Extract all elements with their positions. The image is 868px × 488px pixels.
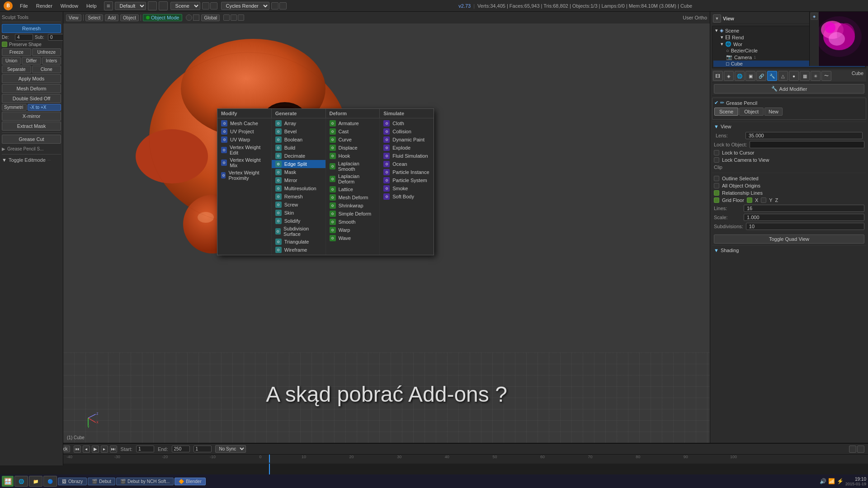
subdivisions-input[interactable] [746, 223, 864, 230]
icon-overlay1[interactable] [223, 14, 230, 21]
icon-scene[interactable] [202, 2, 209, 9]
mod-explode[interactable]: ⚙ Explode [380, 144, 434, 152]
mod-warp[interactable]: ⚙ Warp [326, 226, 380, 234]
gp-tab-object[interactable]: Object [739, 108, 764, 116]
lens-input[interactable] [745, 132, 863, 139]
play-btn[interactable]: ▶ [92, 446, 99, 453]
prev-frame-btn[interactable]: ◂ [83, 446, 90, 453]
mod-particle-instance[interactable]: ⚙ Particle Instance [380, 168, 434, 176]
x-mirror-btn[interactable]: X-mirror [2, 112, 61, 121]
mod-edge-split[interactable]: ⚙ Edge Split [272, 160, 326, 168]
mod-solidify[interactable]: ⚙ Solidify [272, 217, 326, 225]
mod-cloth[interactable]: ⚙ Cloth [380, 119, 434, 127]
outline-check[interactable] [714, 176, 719, 181]
lines-input[interactable] [744, 205, 864, 212]
mod-fluid-simulation[interactable]: ⚙ Fluid Simulation [380, 152, 434, 160]
lock-cursor-check[interactable] [714, 150, 719, 155]
icon-view[interactable] [148, 1, 157, 10]
taskbar-item-blender[interactable]: 🔶 Blender [175, 478, 205, 485]
start-button[interactable]: 🪟 [2, 476, 14, 487]
mod-vertex-weight-proximity[interactable]: ⚙ Vertex Weight Proximity [217, 169, 271, 182]
mod-skin[interactable]: ⚙ Skin [272, 209, 326, 217]
menu-file[interactable]: File [16, 2, 32, 9]
x-check[interactable] [747, 197, 752, 203]
icon-snap[interactable] [193, 14, 199, 21]
taskbar-item-obrazy[interactable]: 🖼 Obrazy [58, 478, 87, 485]
mod-triangulate[interactable]: ⚙ Triangulate [272, 238, 326, 246]
de-input[interactable] [15, 34, 33, 41]
icon-render[interactable] [279, 2, 287, 9]
mod-decimate[interactable]: ⚙ Decimate [272, 152, 326, 160]
icon-tl-2[interactable] [857, 446, 864, 453]
mod-build[interactable]: ⚙ Build [272, 144, 326, 152]
icon-overlay2[interactable] [231, 14, 237, 21]
double-sided-btn[interactable]: Double Sided Off [2, 94, 61, 103]
preserve-shape-check[interactable] [2, 42, 7, 47]
timeline-cursor[interactable] [269, 455, 270, 463]
mod-bevel[interactable]: ⚙ Bevel [272, 127, 326, 136]
mod-vertex-weight-edit[interactable]: ⚙ Vertex Weight Edit [217, 144, 271, 156]
gp-new-btn[interactable]: New [764, 108, 783, 116]
mod-boolean[interactable]: ⚙ Boolean [272, 136, 326, 144]
icon-physics-props[interactable]: 〜 [821, 71, 831, 81]
icon-modifier-props active[interactable]: 🔧 [767, 71, 777, 81]
mesh-deform-btn[interactable]: Mesh Deform [2, 84, 61, 93]
next-frame-btn[interactable]: ▸ [101, 446, 108, 453]
menu-window[interactable]: Window [57, 2, 82, 9]
mod-uv-project[interactable]: ⚙ UV Project [217, 127, 271, 136]
global-selector[interactable]: Global [201, 14, 220, 21]
mod-array[interactable]: ⚙ Array [272, 119, 326, 127]
mod-simple-deform[interactable]: ⚙ Simple Deform [326, 210, 380, 218]
icon-tl-1[interactable] [849, 446, 856, 453]
y-check[interactable] [761, 197, 766, 203]
freeze-btn[interactable]: Freeze [2, 48, 31, 56]
mod-multiresolution[interactable]: ⚙ Multiresolution [272, 184, 326, 192]
mod-mirror[interactable]: ⚙ Mirror [272, 176, 326, 184]
mod-mask[interactable]: ⚙ Mask [272, 168, 326, 176]
remesh-btn[interactable]: Remesh [2, 24, 61, 33]
tray-icon-power[interactable]: ⚡ [837, 478, 844, 484]
mod-lattice[interactable]: ⚙ Lattice [326, 185, 380, 193]
icon-data-props[interactable]: △ [778, 71, 788, 81]
start-input[interactable] [136, 446, 154, 452]
add-menu-btn[interactable]: Add [105, 14, 118, 21]
grease-cut-btn[interactable]: Grease Cut [2, 135, 61, 144]
toggle-quad-view-btn[interactable]: Toggle Quad View [714, 235, 864, 244]
mode-selector[interactable]: Object Mode [143, 14, 182, 21]
select-menu-btn[interactable]: Select [85, 14, 104, 21]
mod-uv-warp[interactable]: ⚙ UV Warp [217, 136, 271, 144]
mod-shrinkwrap[interactable]: ⚙ Shrinkwrap [326, 202, 380, 210]
skip-end-btn[interactable]: ⏭ [110, 446, 117, 453]
scene-selector[interactable]: Scene [170, 2, 200, 10]
mod-particle-system[interactable]: ⚙ Particle System [380, 176, 434, 184]
taskbar-icon-browser[interactable]: 🔵 [43, 476, 57, 487]
view-menu-btn[interactable]: View [66, 14, 81, 21]
grid-floor-check[interactable] [714, 197, 719, 203]
sub-input[interactable] [48, 34, 63, 41]
mod-laplacian-smooth[interactable]: ⚙ Laplacian Smooth [326, 160, 380, 173]
apply-mods-btn[interactable]: Apply Mods [2, 74, 61, 83]
mod-screw[interactable]: ⚙ Screw [272, 201, 326, 209]
mod-displace[interactable]: ⚙ Displace [326, 144, 380, 152]
origins-check[interactable] [714, 183, 719, 188]
sync-selector[interactable]: No Sync [215, 445, 246, 453]
icon-settings[interactable] [159, 1, 168, 10]
skip-start-btn[interactable]: ⏮ [74, 446, 81, 453]
mod-laplacian-deform[interactable]: ⚙ Laplacian Deform [326, 173, 380, 185]
mod-subdivision-surface[interactable]: ⚙ Subdivision Surface [272, 225, 326, 238]
end-input[interactable] [172, 446, 190, 452]
diff-btn[interactable]: Differ [22, 57, 41, 65]
unfreeze-btn[interactable]: Unfreeze [32, 48, 61, 56]
icon-particles-props[interactable]: ✳ [811, 71, 821, 81]
scale-input[interactable] [744, 214, 864, 221]
separate-btn[interactable]: Separate [2, 66, 31, 73]
icon-overlay3[interactable] [238, 14, 244, 21]
clone-btn[interactable]: Clone [32, 66, 61, 73]
gp-check-icon[interactable]: ✔ [714, 100, 718, 106]
icon-scene-props[interactable]: ◈ [724, 71, 734, 81]
mod-smooth[interactable]: ⚙ Smooth [326, 218, 380, 226]
inters-btn[interactable]: Inters [42, 57, 61, 65]
mod-smoke[interactable]: ⚙ Smoke [380, 184, 434, 192]
toggle-editmode-section[interactable]: ▼ Toggle Editmode ··· [2, 156, 61, 164]
tray-icon-volume[interactable]: 📶 [828, 478, 835, 484]
